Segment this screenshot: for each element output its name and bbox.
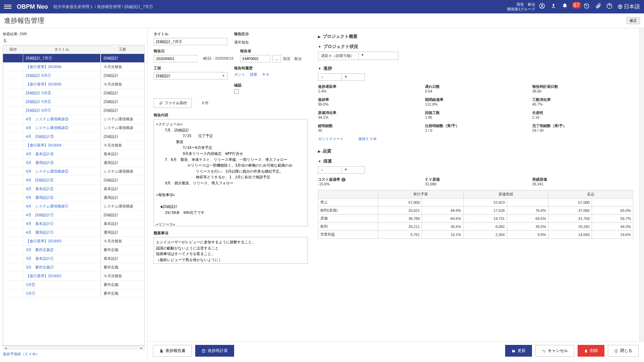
table-row[interactable]: 3月 要件定義②要件定義 <box>3 246 144 254</box>
table-row[interactable]: 4月 基本設計③基本設計 <box>3 150 144 159</box>
svg-rect-5 <box>202 349 205 352</box>
table-row[interactable]: 詳細設計 5月③詳細設計 <box>3 89 144 98</box>
table-row[interactable]: 4月 基本設計①基本設計 <box>3 220 144 228</box>
table-row[interactable]: 【進行基準】2018/06※月次報告 <box>3 63 144 71</box>
table-row[interactable]: 4月 基本設計②基本設計 <box>3 185 144 193</box>
report-content-textarea[interactable] <box>154 119 308 226</box>
cost-table: 実行予算原価実績見込売上57,00022,82357,000粗利(直接)25,6… <box>318 190 633 239</box>
svg-point-8 <box>204 351 204 351</box>
issue-textarea[interactable] <box>154 237 308 264</box>
status-select[interactable]: 遅延小（回復可能）▼ <box>318 52 398 60</box>
title-input[interactable] <box>154 38 227 45</box>
confirm-label: 確認 <box>234 83 308 88</box>
progress-select[interactable]: ○▼ <box>318 73 365 81</box>
account-icon[interactable] <box>539 3 545 10</box>
issue-label: 懸案事項 <box>154 231 308 236</box>
download-icon[interactable] <box>3 38 7 44</box>
table-row[interactable]: 【進行基準】2018/03※月次報告 <box>3 237 144 246</box>
breadcrumb: 朝夕洋食器生産管理１ / 進捗報告管理 / 詳細設計_7月① <box>53 4 153 10</box>
report-type-label: 報告区分 <box>234 32 308 37</box>
header-user: 雨宮 春治開発第1グループ <box>507 2 535 12</box>
table-row[interactable]: 詳細設計_7月①詳細設計 <box>3 54 144 63</box>
svg-point-10 <box>204 352 204 352</box>
process-select[interactable]: ▼ <box>154 72 227 79</box>
reporter-name: 雨宮 春治 <box>283 56 302 61</box>
cancel-button[interactable]: キャンセル <box>535 345 574 357</box>
reporter-lookup-button[interactable]: … <box>272 55 281 62</box>
table-row[interactable]: 4月 運用設計①運用設計 <box>3 228 144 237</box>
previous-date: 前回：2020/08/16 <box>204 49 233 62</box>
process-label: 工程 <box>154 66 227 71</box>
edit-button[interactable]: 修正 <box>627 17 640 24</box>
section-project-status[interactable]: ▼プロジェクト状況 <box>318 42 633 52</box>
progress-metrics: 進捗遅延率1.4%遅れ日数0.54報告時計画日数39.00進捗率99.0%期間経… <box>318 84 633 132</box>
table-row[interactable]: 【進行基準】2018/02※月次報告 <box>3 272 144 281</box>
progress-report-button[interactable]: 進捗報告書 <box>153 345 192 357</box>
table-row[interactable]: 詳細設計 5月②詳細設計 <box>3 98 144 106</box>
table-row[interactable]: 4月 システム環境構築①システム環境構築 <box>3 202 144 211</box>
vertical-scrollbar[interactable] <box>639 28 644 341</box>
progress-evm-link[interactable]: 進捗ＥＶＭ <box>358 136 377 141</box>
notification-badge: 67 <box>572 2 581 8</box>
table-row[interactable]: 【進行基準】2018/04※月次報告 <box>3 141 144 150</box>
help-icon[interactable]: i <box>341 178 345 182</box>
rh-link[interactable]: ＲＨ <box>262 72 269 77</box>
table-row[interactable]: 4月 運用設計②運用設計 <box>3 193 144 202</box>
section-progress[interactable]: ▼進捗 <box>318 63 633 73</box>
budget-select[interactable]: ○▼ <box>318 166 365 174</box>
table-row[interactable]: 4月 システム環境構築③システム環境構築 <box>3 115 144 124</box>
page-title: 進捗報告管理 <box>4 16 44 25</box>
notification-icon[interactable]: 67 <box>562 3 578 10</box>
section-project-overview[interactable]: ▶プロジェクト概要 <box>318 32 633 42</box>
help-icon[interactable] <box>606 3 612 10</box>
grid-body[interactable]: 詳細設計_7月①詳細設計【進行基準】2018/06※月次報告詳細設計 6月①詳細… <box>3 54 145 346</box>
section-budget[interactable]: ▼採算 <box>318 156 633 166</box>
content-label: 報告内容 <box>154 113 308 118</box>
reporter-code-input[interactable] <box>240 55 270 62</box>
svg-point-9 <box>203 352 203 352</box>
file-count: 0 件 <box>202 101 209 106</box>
svg-point-1 <box>541 5 543 6</box>
gantt-chart-link[interactable]: ガントチャート <box>318 136 344 141</box>
table-row[interactable]: 4月 詳細設計②詳細設計 <box>3 176 144 185</box>
history-label: 報告時履歴 <box>234 66 308 71</box>
language-selector[interactable]: 日本語 <box>618 3 640 10</box>
budget-link[interactable]: 採算 <box>250 72 257 77</box>
report-date-label: 報告日 <box>154 49 197 54</box>
update-button[interactable]: 更新 <box>505 345 532 357</box>
close-button[interactable]: 閉じる <box>608 345 639 357</box>
upload-icon[interactable] <box>550 3 556 10</box>
gantt-link[interactable]: ガント <box>234 72 245 77</box>
search-result-count: 検索結果: 28件 <box>3 30 145 38</box>
table-row[interactable]: 2月②要件定義 <box>3 281 144 289</box>
report-type-value: 通常報告 <box>234 38 308 45</box>
table-row[interactable]: 詳細設計 5月①詳細設計 <box>3 106 144 115</box>
table-row[interactable]: 詳細設計 6月①詳細設計 <box>3 71 144 80</box>
report-date-input[interactable]: ▼ <box>154 55 197 62</box>
table-row[interactable]: 2月①要件定義 <box>3 289 144 298</box>
svg-rect-6 <box>203 350 205 351</box>
attach-icon[interactable] <box>595 3 601 10</box>
history-icon[interactable] <box>584 3 590 10</box>
table-row[interactable]: 4月 詳細設計①詳細設計 <box>3 211 144 220</box>
section-quality[interactable]: ▶品質 <box>318 146 633 156</box>
horizontal-scrollbar[interactable]: ◄► <box>3 346 145 350</box>
grid-header: 添付 タイトル 工程 <box>3 45 145 54</box>
table-row[interactable]: 4月 詳細設計③詳細設計 <box>3 132 144 141</box>
svg-rect-2 <box>552 7 555 8</box>
table-row[interactable]: 4月 システム環境構築②システム環境構築 <box>3 167 144 176</box>
table-row[interactable]: 4月 運用設計③運用設計 <box>3 159 144 167</box>
app-title: OBPM Neo <box>17 3 48 10</box>
confirm-checkbox[interactable] <box>234 89 239 94</box>
table-row[interactable]: 【進行基準】2018/05※月次報告 <box>3 80 144 89</box>
file-attach-button[interactable]: ファイル添付 <box>154 98 192 108</box>
table-row[interactable]: 3月 基本設計①基本設計 <box>3 254 144 263</box>
reporter-label: 報告者 <box>240 49 308 54</box>
hamburger-menu-icon[interactable] <box>4 4 11 10</box>
title-label: タイトル <box>154 32 227 37</box>
recalculate-button[interactable]: 進捗再計算 <box>195 345 234 357</box>
delete-button[interactable]: 削除 <box>578 345 604 357</box>
table-row[interactable]: 3月 要件定義①要件定義 <box>3 263 144 272</box>
evm-forecast-link[interactable]: 進捗予測表（ＥＶＭ） <box>3 350 145 358</box>
table-row[interactable]: 4月 システム環境構築②システム環境構築 <box>3 124 144 132</box>
